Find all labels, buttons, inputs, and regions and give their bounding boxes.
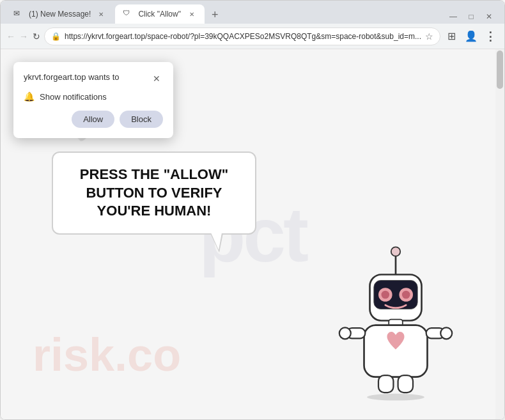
popup-notification: 🔔 Show notifications bbox=[24, 91, 163, 102]
popup-close-button[interactable]: ✕ bbox=[150, 72, 163, 85]
bell-icon: 🔔 bbox=[24, 91, 35, 102]
speech-bubble-text: PRESS THE "ALLOW" BUTTON TO VERIFY YOU'R… bbox=[80, 166, 228, 219]
scrollbar-thumb[interactable] bbox=[497, 51, 503, 89]
back-button[interactable]: ← bbox=[6, 27, 16, 45]
popup-notification-text: Show notifications bbox=[40, 92, 107, 102]
extensions-button[interactable]: ⊞ bbox=[443, 27, 461, 45]
robot-image bbox=[338, 243, 453, 407]
address-bar: ← → ↻ 🔒 https://ykrvt.forgeart.top/space… bbox=[1, 24, 504, 49]
tab-1-title: (1) New Message! bbox=[29, 10, 91, 19]
block-button[interactable]: Block bbox=[120, 111, 163, 128]
tab-bar: ✉ (1) New Message! ✕ 🛡 Click "Allow" ✕ +… bbox=[1, 1, 504, 24]
tab-2-close[interactable]: ✕ bbox=[187, 9, 197, 19]
tab-2-favicon: 🛡 bbox=[123, 9, 133, 19]
svg-point-6 bbox=[382, 291, 390, 299]
speech-bubble-container: PRESS THE "ALLOW" BUTTON TO VERIFY YOU'R… bbox=[52, 152, 256, 235]
svg-point-11 bbox=[339, 327, 351, 339]
toolbar-buttons: ⊞ 👤 ⋮ bbox=[443, 27, 499, 45]
new-tab-button[interactable]: + bbox=[206, 6, 224, 24]
svg-rect-14 bbox=[378, 375, 393, 393]
window-controls: — □ ✕ bbox=[448, 12, 499, 24]
forward-button[interactable]: → bbox=[19, 27, 29, 45]
profile-button[interactable]: 👤 bbox=[462, 27, 480, 45]
url-bar[interactable]: 🔒 https://ykrvt.forgeart.top/space-robot… bbox=[44, 27, 440, 45]
scrollbar[interactable] bbox=[495, 49, 504, 419]
close-button[interactable]: ✕ bbox=[484, 12, 494, 21]
svg-rect-15 bbox=[398, 375, 413, 393]
page-content: 🔍 pct risk.co ykrvt.forgeart.top wants t… bbox=[1, 49, 504, 419]
speech-bubble: PRESS THE "ALLOW" BUTTON TO VERIFY YOU'R… bbox=[52, 152, 256, 235]
tab-2-title: Click "Allow" bbox=[138, 10, 181, 19]
svg-point-13 bbox=[440, 327, 452, 339]
tab-2[interactable]: 🛡 Click "Allow" ✕ bbox=[115, 4, 205, 24]
minimize-button[interactable]: — bbox=[448, 12, 458, 21]
tab-1-close[interactable]: ✕ bbox=[96, 9, 106, 19]
robot-svg bbox=[338, 243, 453, 404]
tab-1[interactable]: ✉ (1) New Message! ✕ bbox=[6, 4, 114, 24]
menu-button[interactable]: ⋮ bbox=[481, 27, 499, 45]
svg-point-1 bbox=[391, 247, 400, 256]
bookmark-icon[interactable]: ☆ bbox=[425, 31, 433, 42]
reload-button[interactable]: ↻ bbox=[31, 27, 42, 45]
svg-point-16 bbox=[367, 394, 424, 401]
popup-header: ykrvt.forgeart.top wants to ✕ bbox=[24, 72, 163, 85]
maximize-button[interactable]: □ bbox=[466, 12, 476, 21]
url-text: https://ykrvt.forgeart.top/space-robot/?… bbox=[65, 32, 421, 41]
risk-watermark: risk.co bbox=[33, 329, 181, 381]
browser-window: ✉ (1) New Message! ✕ 🛡 Click "Allow" ✕ +… bbox=[0, 0, 505, 420]
popup-buttons: Allow Block bbox=[24, 111, 163, 128]
popup-title: ykrvt.forgeart.top wants to bbox=[24, 72, 120, 82]
allow-button[interactable]: Allow bbox=[72, 111, 114, 128]
permission-popup: ykrvt.forgeart.top wants to ✕ 🔔 Show not… bbox=[13, 62, 173, 138]
svg-rect-9 bbox=[364, 325, 428, 377]
svg-point-7 bbox=[402, 291, 410, 299]
url-security-icon: 🔒 bbox=[51, 32, 61, 41]
tab-1-favicon: ✉ bbox=[13, 9, 24, 19]
